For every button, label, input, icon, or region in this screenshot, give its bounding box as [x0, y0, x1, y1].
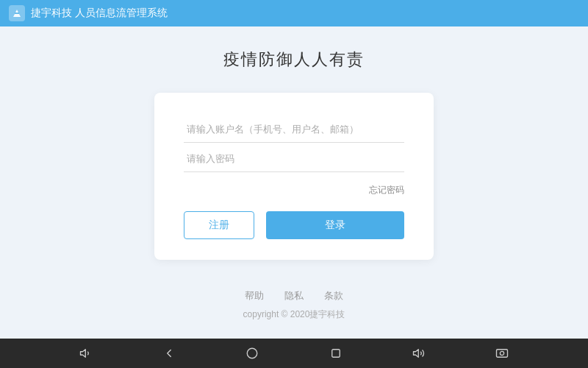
- svg-rect-2: [15, 13, 19, 14]
- svg-rect-5: [497, 350, 508, 358]
- login-card: 忘记密码 注册 登录: [154, 93, 434, 260]
- help-link[interactable]: 帮助: [245, 289, 264, 302]
- topbar: 捷宇科技 人员信息流管理系统: [0, 0, 588, 26]
- button-row: 注册 登录: [184, 211, 404, 239]
- password-input[interactable]: [184, 146, 404, 172]
- screenshot-icon[interactable]: [495, 347, 509, 360]
- svg-rect-4: [331, 350, 340, 358]
- username-input[interactable]: [184, 116, 404, 143]
- back-icon[interactable]: [162, 347, 176, 360]
- terms-link[interactable]: 条款: [324, 289, 343, 302]
- app-logo-icon: [9, 5, 25, 21]
- svg-point-6: [501, 351, 504, 355]
- login-button[interactable]: 登录: [266, 211, 404, 239]
- copyright: copyright © 2020捷宇科技: [243, 308, 345, 321]
- home-icon[interactable]: [245, 347, 259, 360]
- forgot-password-container: 忘记密码: [184, 183, 404, 197]
- app-title: 捷宇科技 人员信息流管理系统: [31, 7, 168, 20]
- main-content: 疫情防御人人有责 忘记密码 注册 登录 帮助 隐私 条款 copyright ©…: [0, 26, 588, 339]
- volume-down-icon[interactable]: [79, 347, 93, 360]
- page-headline: 疫情防御人人有责: [223, 49, 365, 71]
- register-button[interactable]: 注册: [184, 211, 254, 239]
- svg-point-3: [248, 348, 258, 358]
- volume-up-icon[interactable]: [412, 347, 426, 360]
- footer-links: 帮助 隐私 条款: [245, 289, 343, 302]
- recents-icon[interactable]: [329, 347, 343, 360]
- bottom-navigation-bar: [0, 339, 588, 368]
- forgot-password-link[interactable]: 忘记密码: [369, 185, 404, 195]
- privacy-link[interactable]: 隐私: [284, 289, 304, 302]
